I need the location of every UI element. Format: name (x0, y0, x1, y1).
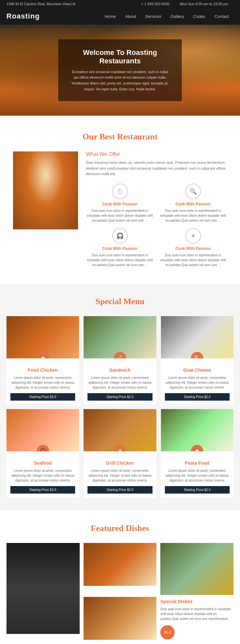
feature-2-title: Cook With Passion (159, 202, 227, 206)
hours-text: Mon-Sun 8:00 am to 23:00 pm (180, 2, 228, 6)
fried-chicken-icon: 🏠 (37, 352, 49, 358)
special-dishes-desc: Duis aute irure dolor in reprehenderit i… (160, 607, 233, 621)
seafood-icon: 🎧 (37, 445, 49, 451)
featured-mid-top-image (84, 543, 157, 586)
best-image-inner (13, 151, 78, 229)
feature-3-icon: 🎧 (112, 228, 128, 244)
goat-cheese-desc: Lorem ipsum dolor sit amet, consectetur … (165, 375, 230, 390)
feature-1-title: Cook With Passion (86, 202, 154, 206)
grill-chicken-icon: ☀ (114, 445, 126, 451)
feature-4-title: Cook With Passion (159, 246, 227, 251)
featured-dishes-section: Featured Dishes Special Dishes Duis aute… (0, 510, 240, 644)
feature-1-icon: 🍴 (112, 184, 128, 199)
feature-4-desc: Duis aute irure dolor in reprehenderit i… (159, 253, 227, 267)
goat-cheese-name: Goat Cheese (165, 367, 230, 373)
menu-item-pasta-food: 🏠 Pasta Food Lorem ipsum dolor sit amet,… (161, 409, 233, 497)
feature-3-desc: Duis aute irure dolor in reprehenderit i… (86, 253, 154, 267)
menu-grid: 🏠 Fried Chicken Lorem ipsum dolor sit am… (7, 316, 233, 497)
pasta-food-info: Pasta Food Lorem ipsum dolor sit amet, c… (161, 451, 233, 497)
menu-item-seafood: 🎧 Seafood Lorem ipsum dolor sit amet, co… (7, 409, 79, 497)
featured-grid: Special Dishes Duis aute irure dolor in … (7, 543, 233, 643)
grill-chicken-price-btn[interactable]: Starting Price $2.0 (87, 486, 152, 494)
goat-cheese-info: Goat Cheese Lorem ipsum dolor sit amet, … (161, 358, 233, 405)
address-text: 1398 W El Camino Real, Mountain View,UK (7, 2, 76, 6)
sandwich-info: Sandwich Lorem ipsum dolor sit amet, con… (84, 358, 156, 405)
featured-col-left (7, 543, 80, 643)
best-right-content: What We Offer Duis maximus tortor diam, … (86, 151, 227, 267)
best-image (13, 151, 78, 229)
sandwich-image: 🍴 (84, 316, 156, 358)
goat-cheese-image: 🔍 (161, 316, 233, 358)
seafood-image: 🎧 (7, 409, 79, 451)
navbar: Roasting Home About Services Gallery Cod… (0, 8, 240, 25)
top-bar: 1398 W El Camino Real, Mountain View,UK … (0, 0, 240, 8)
pasta-food-name: Pasta Food (165, 460, 230, 466)
menu-item-fried-chicken: 🏠 Fried Chicken Lorem ipsum dolor sit am… (7, 316, 79, 405)
what-we-offer-title: What We Offer (86, 151, 227, 157)
feature-1-desc: Duis aute irure dolor in reprehenderit i… (86, 208, 154, 223)
sandwich-desc: Lorem ipsum dolor sit amet, consectetur … (87, 375, 152, 390)
menu-item-sandwich: 🍴 Sandwich Lorem ipsum dolor sit amet, c… (84, 316, 156, 405)
best-restaurant-section: Our Best Restaurant What We Offer Duis m… (0, 116, 240, 284)
grill-chicken-name: Grill Chicken (87, 460, 152, 466)
goat-cheese-icon: 🔍 (191, 352, 203, 358)
feature-3: 🎧 Cook With Passion Duis aute irure dolo… (86, 228, 154, 267)
special-menu-section: Special Menu 🏠 Fried Chicken Lorem ipsum… (0, 284, 240, 510)
special-dishes-title: Special Dishes (160, 599, 233, 604)
seafood-info: Seafood Lorem ipsum dolor sit amet, cons… (7, 451, 79, 497)
featured-col-mid-bottom (84, 593, 157, 643)
pasta-food-desc: Lorem ipsum dolor sit amet, consectetur … (165, 468, 230, 483)
pasta-food-price-btn[interactable]: Starting Price $2.0 (165, 486, 230, 494)
best-section-title: Our Best Restaurant (13, 132, 227, 142)
nav-gallery[interactable]: Gallery (166, 9, 188, 24)
grill-chicken-info: Grill Chicken Lorem ipsum dolor sit amet… (84, 451, 156, 497)
featured-right-text: Special Dishes Duis aute irure dolor in … (160, 595, 233, 643)
feature-2: 🔍 Cook With Passion Duis aute irure dolo… (159, 184, 227, 223)
pasta-food-image: 🏠 (161, 409, 233, 451)
fried-chicken-info: Fried Chicken Lorem ipsum dolor sit amet… (7, 358, 79, 405)
sandwich-icon: 🍴 (114, 352, 126, 358)
logo[interactable]: Roasting (7, 12, 40, 20)
nav-home[interactable]: Home (100, 9, 121, 24)
menu-item-goat-cheese: 🔍 Goat Cheese Lorem ipsum dolor sit amet… (161, 316, 233, 405)
menu-item-grill-chicken: ☀ Grill Chicken Lorem ipsum dolor sit am… (84, 409, 156, 497)
featured-tall-image (7, 543, 80, 634)
featured-col-right: Special Dishes Duis aute irure dolor in … (160, 543, 233, 643)
featured-price-button[interactable]: $5.0 (160, 625, 175, 639)
offer-description: Duis maximus tortor diam, ac, lobortis j… (86, 160, 227, 177)
featured-col-mid-top (84, 543, 157, 589)
goat-cheese-price-btn[interactable]: Starting Price $2.0 (165, 393, 230, 401)
phone-text: + 1 599-033-5036 (141, 2, 169, 6)
featured-right-content: Special Dishes Duis aute irure dolor in … (160, 543, 233, 643)
fried-chicken-price-btn[interactable]: Starting Price $2.0 (10, 393, 75, 401)
fried-chicken-desc: Lorem ipsum dolor sit amet, consectetur … (10, 375, 75, 390)
menu-section-title: Special Menu (7, 297, 233, 306)
nav-services[interactable]: Services (141, 9, 166, 24)
seafood-desc: Lorem ipsum dolor sit amet, consectetur … (10, 468, 75, 483)
best-content: What We Offer Duis maximus tortor diam, … (13, 151, 227, 267)
seafood-price-btn[interactable]: Starting Price $2.0 (10, 486, 75, 494)
feature-3-title: Cook With Passion (86, 246, 154, 251)
feature-2-icon: 🔍 (185, 184, 201, 199)
featured-right-image (160, 543, 233, 595)
grill-chicken-image: ☀ (84, 409, 156, 451)
pasta-food-icon: 🏠 (191, 445, 203, 451)
fried-chicken-image: 🏠 (7, 316, 79, 358)
nav-codes[interactable]: Codes (189, 9, 210, 24)
sandwich-price-btn[interactable]: Starting Price $2.0 (87, 393, 152, 401)
feature-4-icon: ☀ (185, 228, 201, 244)
feature-1: 🍴 Cook With Passion Duis aute irure dolo… (86, 184, 154, 223)
hero-section: Welcome To Roasting Restaurants Excepteu… (0, 25, 240, 116)
nav-contact[interactable]: Contact (210, 9, 233, 24)
featured-mid-bottom-image (84, 597, 157, 640)
grill-chicken-desc: Lorem ipsum dolor sit amet, consectetur … (87, 468, 152, 483)
featured-section-title: Featured Dishes (7, 523, 233, 533)
sandwich-name: Sandwich (87, 367, 152, 373)
hero-title: Welcome To Roasting Restaurants (71, 48, 169, 65)
feature-4: ☀ Cook With Passion Duis aute irure dolo… (159, 228, 227, 267)
hero-desc: Excepteur sint occaecat cupidatat non pr… (71, 69, 169, 92)
hero-content-box: Welcome To Roasting Restaurants Excepteu… (58, 39, 182, 101)
feature-2-desc: Duis aute irure dolor in reprehenderit i… (159, 208, 227, 223)
nav-about[interactable]: About (121, 9, 141, 24)
seafood-name: Seafood (10, 460, 75, 466)
